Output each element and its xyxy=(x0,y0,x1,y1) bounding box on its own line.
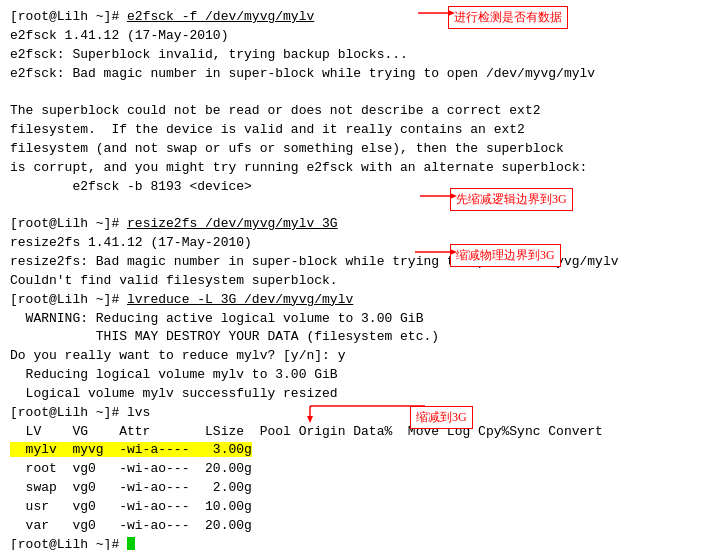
terminal-cursor xyxy=(127,537,135,550)
line-11 xyxy=(10,196,699,215)
line-2: e2fsck 1.41.12 (17-May-2010) xyxy=(10,27,699,46)
line-29: [root@Lilh ~]# xyxy=(10,536,699,550)
line-8: filesystem (and not swap or ufs or somet… xyxy=(10,140,699,159)
annotation-text-3: 缩减物理边界到3G xyxy=(450,244,561,267)
line-22: [root@Lilh ~]# lvs xyxy=(10,404,699,423)
line-7: filesystem. If the device is valid and i… xyxy=(10,121,699,140)
line-19: Do you really want to reduce mylv? [y/n]… xyxy=(10,347,699,366)
cmd-12: resize2fs /dev/myvg/mylv 3G xyxy=(127,216,338,231)
annotation-text-1: 进行检测是否有数据 xyxy=(448,6,568,29)
prompt-12: [root@Lilh ~]# xyxy=(10,216,127,231)
annotation-text-4: 缩减到3G xyxy=(410,406,473,429)
line-24: mylv myvg -wi-a---- 3.00g xyxy=(10,441,699,460)
line-28: var vg0 -wi-ao--- 20.00g xyxy=(10,517,699,536)
line-12: [root@Lilh ~]# resize2fs /dev/myvg/mylv … xyxy=(10,215,699,234)
prompt-1: [root@Lilh ~]# xyxy=(10,9,127,24)
line-13: resize2fs 1.41.12 (17-May-2010) xyxy=(10,234,699,253)
line-27: usr vg0 -wi-ao--- 10.00g xyxy=(10,498,699,517)
line-5 xyxy=(10,83,699,102)
line-21: Logical volume mylv successfully resized xyxy=(10,385,699,404)
line-15: Couldn't find valid filesystem superbloc… xyxy=(10,272,699,291)
line-6: The superblock could not be read or does… xyxy=(10,102,699,121)
line-16: [root@Lilh ~]# lvreduce -L 3G /dev/myvg/… xyxy=(10,291,699,310)
line-26: swap vg0 -wi-ao--- 2.00g xyxy=(10,479,699,498)
line-25: root vg0 -wi-ao--- 20.00g xyxy=(10,460,699,479)
terminal-output: [root@Lilh ~]# e2fsck -f /dev/myvg/mylv … xyxy=(0,0,709,550)
cmd-16: lvreduce -L 3G /dev/myvg/mylv xyxy=(127,292,353,307)
line-20: Reducing logical volume mylv to 3.00 GiB xyxy=(10,366,699,385)
line-4: e2fsck: Bad magic number in super-block … xyxy=(10,65,699,84)
line-10: e2fsck -b 8193 <device> xyxy=(10,178,699,197)
line-17: WARNING: Reducing active logical volume … xyxy=(10,310,699,329)
annotation-text-2: 先缩减逻辑边界到3G xyxy=(450,188,573,211)
line-14: resize2fs: Bad magic number in super-blo… xyxy=(10,253,699,272)
line-3: e2fsck: Superblock invalid, trying backu… xyxy=(10,46,699,65)
line-1: [root@Lilh ~]# e2fsck -f /dev/myvg/mylv xyxy=(10,8,699,27)
line-9: is corrupt, and you might try running e2… xyxy=(10,159,699,178)
line-23: LV VG Attr LSize Pool Origin Data% Move … xyxy=(10,423,699,442)
highlight-row: mylv myvg -wi-a---- 3.00g xyxy=(10,442,252,457)
line-18: THIS MAY DESTROY YOUR DATA (filesystem e… xyxy=(10,328,699,347)
cmd-1: e2fsck -f /dev/myvg/mylv xyxy=(127,9,314,24)
prompt-16: [root@Lilh ~]# xyxy=(10,292,127,307)
